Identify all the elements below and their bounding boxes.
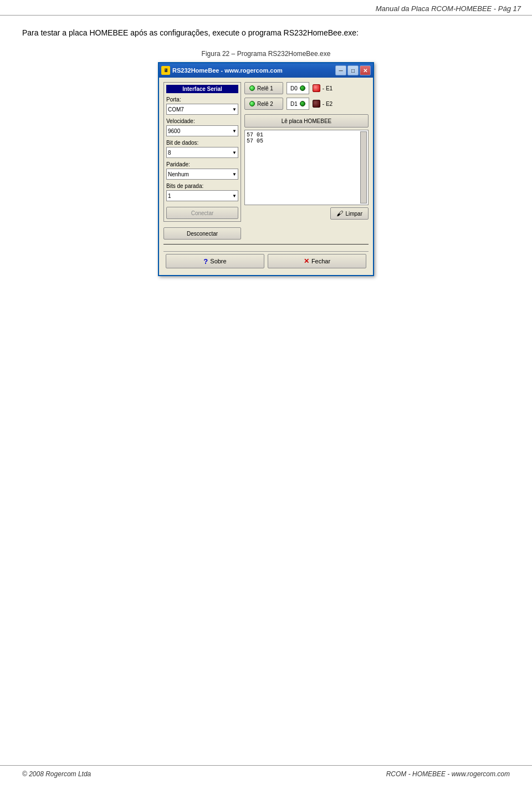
d1-label: D1 bbox=[290, 101, 298, 107]
d0-box: D0 bbox=[287, 82, 309, 94]
e2-label: - E2 bbox=[323, 101, 332, 107]
porta-value: COM7 bbox=[168, 106, 184, 113]
bits-parada-arrow-icon: ▼ bbox=[232, 194, 237, 198]
paridade-arrow-icon: ▼ bbox=[232, 172, 237, 177]
fechar-label: Fechar bbox=[311, 258, 330, 264]
bit-dados-arrow-icon: ▼ bbox=[232, 150, 237, 155]
paridade-value: Nenhum bbox=[168, 171, 189, 177]
bits-parada-label: Bits de parada: bbox=[166, 183, 238, 189]
title-bar-left: 🖥 RS232HomeBee - www.rogercom.com bbox=[161, 66, 283, 75]
relay-row-2: Relê 2 D1 - E2 bbox=[244, 98, 369, 110]
desconectar-button[interactable]: Desconectar bbox=[163, 227, 241, 240]
footer-separator bbox=[163, 244, 369, 245]
right-panel: Relê 1 D0 - E1 bbox=[244, 82, 369, 222]
figure-caption: Figura 22 – Programa RS232HomeBee.exe bbox=[202, 50, 331, 58]
d0-label: D0 bbox=[290, 85, 298, 91]
velocidade-label: Velocidade: bbox=[166, 118, 238, 124]
desconectar-footer-row: Desconectar bbox=[163, 225, 369, 241]
d0-led-icon bbox=[300, 85, 305, 91]
paridade-dropdown[interactable]: Nenhum ▼ bbox=[166, 169, 238, 180]
page-content: Para testar a placa HOMEBEE após as conf… bbox=[0, 16, 532, 304]
app-footer: ? Sobre ✕ Fechar bbox=[163, 251, 369, 271]
output-text: 57 01 57 05 bbox=[247, 132, 366, 144]
le-placa-button[interactable]: Lê placa HOMEBEE bbox=[244, 114, 369, 128]
e1-indicator: - E1 bbox=[313, 82, 332, 94]
bit-dados-group: Bit de dados: 8 ▼ bbox=[166, 140, 238, 158]
limpar-button[interactable]: 🖌 Limpar bbox=[330, 207, 369, 220]
e2-led-icon bbox=[313, 100, 320, 108]
conectar-button[interactable]: Conectar bbox=[166, 207, 238, 219]
velocidade-arrow-icon: ▼ bbox=[232, 129, 237, 134]
page-title: Manual da Placa RCOM-HOMEBEE - Pág 17 bbox=[376, 4, 521, 13]
rele2-label: Relê 2 bbox=[257, 101, 273, 107]
brush-icon: 🖌 bbox=[336, 210, 343, 217]
figure-container: Figura 22 – Programa RS232HomeBee.exe 🖥 … bbox=[22, 50, 510, 276]
app-title: RS232HomeBee - www.rogercom.com bbox=[172, 67, 283, 74]
bit-dados-dropdown[interactable]: 8 ▼ bbox=[166, 147, 238, 158]
porta-label: Porta: bbox=[166, 96, 238, 103]
scrollbar[interactable] bbox=[360, 131, 367, 203]
paridade-group: Paridade: Nenhum ▼ bbox=[166, 161, 238, 180]
intro-paragraph: Para testar a placa HOMEBEE após as conf… bbox=[22, 27, 510, 39]
limpar-label: Limpar bbox=[345, 211, 362, 217]
serial-panel-title: Interface Serial bbox=[166, 85, 238, 93]
velocidade-dropdown[interactable]: 9600 ▼ bbox=[166, 125, 238, 136]
maximize-button[interactable]: □ bbox=[347, 65, 359, 75]
footer-right: RCOM - HOMEBEE - www.rogercom.com bbox=[386, 770, 510, 778]
footer-left: © 2008 Rogercom Ltda bbox=[22, 770, 91, 778]
velocidade-group: Velocidade: 9600 ▼ bbox=[166, 118, 238, 136]
e1-label: - E1 bbox=[323, 85, 332, 91]
app-window: 🖥 RS232HomeBee - www.rogercom.com ─ □ ✕ … bbox=[158, 62, 374, 276]
e1-led-icon bbox=[313, 84, 320, 92]
page-footer: © 2008 Rogercom Ltda RCOM - HOMEBEE - ww… bbox=[0, 765, 532, 778]
bits-parada-dropdown[interactable]: 1 ▼ bbox=[166, 190, 238, 201]
rele1-button[interactable]: Relê 1 bbox=[244, 82, 283, 94]
rele1-label: Relê 1 bbox=[257, 85, 273, 91]
bits-parada-value: 1 bbox=[168, 193, 171, 199]
rele2-button[interactable]: Relê 2 bbox=[244, 98, 283, 110]
d1-box: D1 bbox=[287, 98, 309, 110]
bit-dados-label: Bit de dados: bbox=[166, 140, 238, 146]
rele2-led-icon bbox=[249, 101, 255, 106]
d1-led-icon bbox=[300, 101, 305, 106]
porta-group: Porta: COM7 ▼ bbox=[166, 96, 238, 115]
clear-row: 🖌 Limpar bbox=[244, 207, 369, 220]
bits-parada-group: Bits de parada: 1 ▼ bbox=[166, 183, 238, 201]
relay-row-1: Relê 1 D0 - E1 bbox=[244, 82, 369, 94]
fechar-button[interactable]: ✕ Fechar bbox=[268, 254, 366, 268]
page-header: Manual da Placa RCOM-HOMEBEE - Pág 17 bbox=[0, 0, 532, 16]
x-icon: ✕ bbox=[304, 257, 309, 265]
sobre-label: Sobre bbox=[210, 258, 226, 264]
app-main-row: Interface Serial Porta: COM7 ▼ Velocidad… bbox=[163, 82, 369, 222]
rele1-led-icon bbox=[249, 85, 255, 91]
question-icon: ? bbox=[203, 257, 208, 266]
title-bar: 🖥 RS232HomeBee - www.rogercom.com ─ □ ✕ bbox=[159, 63, 373, 78]
app-icon: 🖥 bbox=[161, 66, 170, 75]
sobre-button[interactable]: ? Sobre bbox=[166, 254, 264, 268]
velocidade-value: 9600 bbox=[168, 128, 180, 134]
output-area: 57 01 57 05 bbox=[244, 130, 369, 205]
minimize-button[interactable]: ─ bbox=[335, 65, 346, 75]
bit-dados-value: 8 bbox=[168, 150, 171, 156]
title-bar-buttons: ─ □ ✕ bbox=[335, 65, 371, 75]
serial-panel: Interface Serial Porta: COM7 ▼ Velocidad… bbox=[163, 82, 241, 222]
app-body: Interface Serial Porta: COM7 ▼ Velocidad… bbox=[159, 78, 373, 275]
paridade-label: Paridade: bbox=[166, 161, 238, 167]
close-button[interactable]: ✕ bbox=[360, 65, 371, 75]
porta-dropdown[interactable]: COM7 ▼ bbox=[166, 104, 238, 115]
e2-indicator: - E2 bbox=[313, 98, 332, 110]
porta-arrow-icon: ▼ bbox=[232, 107, 237, 112]
